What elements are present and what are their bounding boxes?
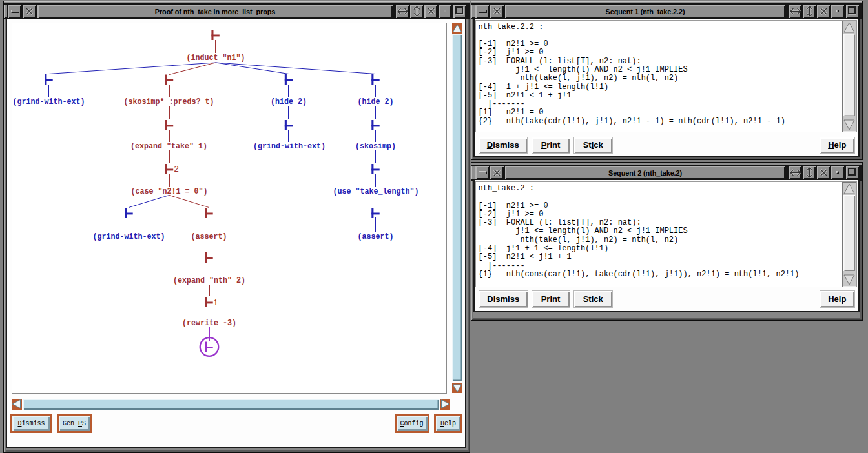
svg-text:(grind-with-ext): (grind-with-ext) xyxy=(253,142,326,151)
svg-text:(grind-with-ext): (grind-with-ext) xyxy=(13,97,85,106)
svg-text:(grind-with-ext): (grind-with-ext) xyxy=(93,232,165,241)
svg-text:(hide 2): (hide 2) xyxy=(358,97,394,106)
svg-text:(expand "nth" 2): (expand "nth" 2) xyxy=(173,276,245,285)
svg-text:(rewrite -3): (rewrite -3) xyxy=(182,319,236,328)
svg-text:(case "n2!1 = 0"): (case "n2!1 = 0") xyxy=(131,187,208,196)
svg-text:(skosimp): (skosimp) xyxy=(355,142,396,151)
svg-text:1: 1 xyxy=(213,298,218,308)
svg-text:(assert): (assert) xyxy=(191,232,227,241)
svg-text:2: 2 xyxy=(174,165,179,174)
svg-text:(use "take_length"): (use "take_length") xyxy=(333,187,419,196)
svg-text:(expand "take" 1): (expand "take" 1) xyxy=(130,142,207,151)
svg-text:(skosimp* :preds? t): (skosimp* :preds? t) xyxy=(124,97,214,106)
svg-text:(induct "n1"): (induct "n1") xyxy=(187,54,245,63)
svg-text:(hide 2): (hide 2) xyxy=(271,97,307,106)
svg-text:(assert): (assert) xyxy=(358,232,394,241)
